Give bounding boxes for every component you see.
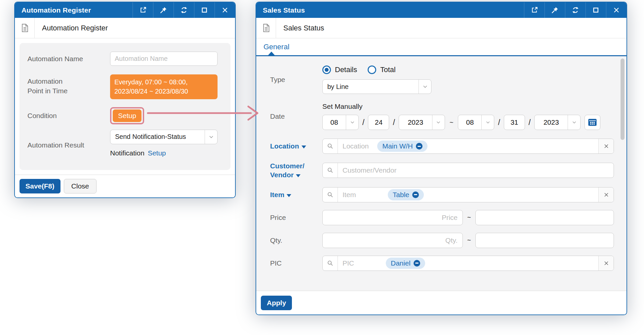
price-from-input[interactable]	[322, 210, 463, 225]
to-month-select[interactable]: 08	[458, 115, 494, 130]
sales-status-filter-panel: Type Details Total by Line	[256, 56, 626, 291]
annotation-arrow	[148, 105, 260, 122]
item-chip[interactable]: Table	[388, 189, 424, 200]
pin-icon	[551, 6, 559, 14]
automation-register-titlebar: Automation Register	[15, 2, 235, 18]
close-icon	[613, 6, 620, 14]
price-to-input[interactable]	[475, 210, 614, 225]
pic-chip[interactable]: Daniel	[386, 258, 425, 269]
clear-x-icon	[603, 260, 610, 267]
calendar-button[interactable]	[584, 115, 600, 130]
sales-status-toolbar: Sales Status	[256, 18, 626, 38]
titlebar-buttons	[524, 2, 626, 18]
document-icon	[256, 18, 276, 38]
point-in-time-value[interactable]: Everyday, 07:00 ~ 08:00, 2023/08/24 ~ 20…	[110, 74, 218, 99]
qty-from-input[interactable]	[322, 233, 463, 248]
qty-label: Qty.	[270, 236, 322, 245]
pic-label: PIC	[270, 259, 322, 268]
location-search-group: Location Main W/H	[322, 139, 614, 154]
automation-result-select[interactable]: Send Notification-Status	[110, 130, 218, 144]
close-icon	[221, 6, 229, 14]
from-day-input[interactable]	[368, 115, 389, 130]
close-button[interactable]	[606, 2, 626, 18]
date-slash: /	[362, 118, 364, 127]
item-clear-button[interactable]	[598, 188, 614, 202]
type-label: Type	[270, 75, 322, 84]
point-in-time-label: Automation Point in Time	[27, 74, 110, 96]
refresh-icon	[572, 6, 579, 14]
automation-name-label: Automation Name	[27, 54, 110, 63]
page-title: Automation Register	[35, 24, 108, 32]
radio-total[interactable]	[368, 65, 376, 74]
popout-button[interactable]	[133, 2, 153, 18]
type-by-line-select[interactable]: by Line	[322, 79, 431, 94]
triangle-down-icon	[302, 146, 306, 148]
radio-details[interactable]	[322, 65, 331, 74]
condition-setup-button[interactable]: Setup	[113, 109, 141, 122]
automation-register-window: Automation Register	[14, 2, 236, 198]
item-label[interactable]: Item	[270, 190, 322, 199]
window-title: Sales Status	[256, 6, 524, 14]
qty-to-input[interactable]	[475, 233, 614, 248]
automation-register-footer: Save(F8) Close	[15, 175, 235, 197]
maximize-button[interactable]	[194, 2, 215, 18]
sales-status-titlebar: Sales Status	[256, 2, 626, 18]
chevron-down-icon	[432, 115, 445, 130]
vertical-scrollbar[interactable]	[621, 59, 624, 140]
window-title: Automation Register	[15, 6, 133, 14]
radio-total-label: Total	[380, 65, 395, 74]
notification-line: NotificationSetup	[110, 149, 218, 157]
location-chip[interactable]: Main W/H	[377, 141, 427, 152]
titlebar-buttons	[133, 2, 235, 18]
tab-general[interactable]: General	[263, 43, 289, 51]
location-label[interactable]: Location	[270, 142, 322, 150]
from-year-select[interactable]: 2023	[399, 115, 445, 130]
location-clear-button[interactable]	[598, 139, 614, 153]
date-mode-text: Set Manually	[322, 103, 600, 110]
chevron-down-icon	[346, 115, 358, 130]
clear-x-icon	[603, 191, 610, 198]
sales-status-footer: Apply	[256, 291, 626, 314]
apply-button[interactable]: Apply	[261, 296, 292, 310]
external-link-icon	[139, 6, 147, 14]
maximize-button[interactable]	[585, 2, 606, 18]
pin-button[interactable]	[153, 2, 174, 18]
automation-result-label: Automation Result	[27, 130, 110, 150]
automation-name-input[interactable]	[110, 52, 218, 66]
customer-vendor-label[interactable]: Customer/ Vendor	[270, 161, 322, 180]
close-dialog-button[interactable]: Close	[64, 179, 97, 193]
close-button[interactable]	[215, 2, 235, 18]
maximize-icon	[201, 6, 208, 14]
pic-clear-button[interactable]	[598, 256, 614, 271]
price-range-separator: ~	[467, 214, 471, 221]
remove-chip-icon[interactable]	[414, 260, 420, 267]
refresh-button[interactable]	[565, 2, 585, 18]
radio-details-label: Details	[335, 65, 357, 74]
refresh-button[interactable]	[174, 2, 194, 18]
customer-vendor-search-input[interactable]: Customer/Vendor	[338, 163, 614, 178]
pic-search-input[interactable]: PIC Daniel	[338, 256, 598, 271]
automation-register-toolbar: Automation Register	[15, 18, 235, 38]
from-month-select[interactable]: 08	[322, 115, 359, 130]
customer-vendor-search-group: Customer/Vendor	[322, 163, 614, 178]
chevron-down-icon	[419, 80, 431, 94]
remove-chip-icon[interactable]	[416, 143, 423, 149]
pin-button[interactable]	[544, 2, 565, 18]
triangle-down-icon	[296, 174, 301, 177]
item-search-group: Item Table	[322, 187, 614, 202]
to-day-input[interactable]	[504, 115, 525, 130]
remove-chip-icon[interactable]	[412, 191, 419, 198]
to-year-select[interactable]: 2023	[534, 115, 581, 130]
item-search-input[interactable]: Item Table	[338, 188, 598, 202]
search-icon	[323, 139, 338, 153]
chevron-down-icon	[568, 115, 580, 130]
location-search-input[interactable]: Location Main W/H	[338, 139, 598, 153]
price-label: Price	[270, 213, 322, 222]
notification-setup-link[interactable]: Setup	[148, 149, 166, 157]
popout-button[interactable]	[524, 2, 544, 18]
chevron-down-icon	[205, 130, 217, 144]
date-range-separator: ~	[450, 119, 454, 126]
active-tab-indicator	[268, 52, 275, 55]
clear-x-icon	[603, 143, 610, 149]
save-button[interactable]: Save(F8)	[20, 179, 60, 193]
